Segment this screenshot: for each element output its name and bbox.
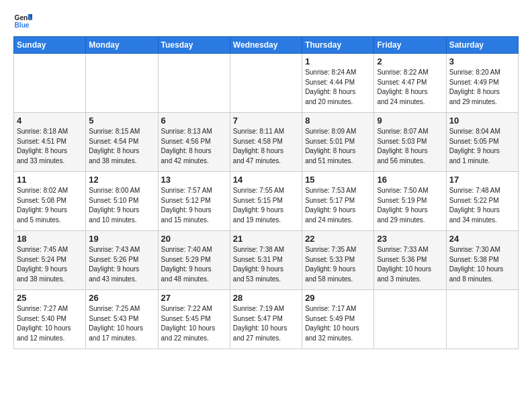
calendar-cell: 22Sunrise: 7:35 AMSunset: 5:33 PMDayligh…	[302, 231, 374, 290]
day-number: 22	[305, 234, 371, 244]
calendar-cell	[14, 54, 86, 113]
weekday-monday: Monday	[86, 37, 158, 54]
day-info: Sunrise: 7:33 AMSunset: 5:36 PMDaylight:…	[377, 245, 443, 284]
calendar-cell: 13Sunrise: 7:57 AMSunset: 5:12 PMDayligh…	[158, 172, 230, 231]
calendar-cell	[230, 54, 302, 113]
day-number: 12	[89, 175, 154, 185]
day-info: Sunrise: 8:18 AMSunset: 4:51 PMDaylight:…	[17, 127, 83, 166]
calendar-cell: 18Sunrise: 7:45 AMSunset: 5:24 PMDayligh…	[14, 231, 86, 290]
day-number: 11	[17, 175, 83, 185]
calendar-cell: 20Sunrise: 7:40 AMSunset: 5:29 PMDayligh…	[158, 231, 230, 290]
day-info: Sunrise: 8:11 AMSunset: 4:58 PMDaylight:…	[233, 127, 299, 166]
calendar-cell	[446, 290, 518, 349]
day-info: Sunrise: 7:57 AMSunset: 5:12 PMDaylight:…	[161, 186, 227, 225]
day-number: 4	[17, 116, 83, 126]
day-number: 3	[449, 56, 515, 66]
day-info: Sunrise: 7:22 AMSunset: 5:45 PMDaylight:…	[161, 304, 227, 343]
logo: General Blue	[13, 12, 35, 31]
week-row-5: 25Sunrise: 7:27 AMSunset: 5:40 PMDayligh…	[14, 290, 519, 349]
calendar-cell	[158, 54, 230, 113]
week-row-1: 1Sunrise: 8:24 AMSunset: 4:44 PMDaylight…	[14, 54, 519, 113]
day-number: 9	[377, 116, 443, 126]
day-number: 27	[161, 293, 227, 303]
day-number: 6	[161, 116, 227, 126]
calendar-cell: 24Sunrise: 7:30 AMSunset: 5:38 PMDayligh…	[446, 231, 518, 290]
day-number: 15	[305, 175, 371, 185]
calendar-cell: 6Sunrise: 8:13 AMSunset: 4:56 PMDaylight…	[158, 113, 230, 172]
calendar-cell: 10Sunrise: 8:04 AMSunset: 5:05 PMDayligh…	[446, 113, 518, 172]
day-info: Sunrise: 7:19 AMSunset: 5:47 PMDaylight:…	[233, 304, 299, 343]
day-number: 5	[89, 116, 154, 126]
calendar-cell: 14Sunrise: 7:55 AMSunset: 5:15 PMDayligh…	[230, 172, 302, 231]
calendar-cell: 8Sunrise: 8:09 AMSunset: 5:01 PMDaylight…	[302, 113, 374, 172]
day-number: 24	[449, 234, 515, 244]
day-number: 25	[17, 293, 83, 303]
calendar-cell: 16Sunrise: 7:50 AMSunset: 5:19 PMDayligh…	[374, 172, 446, 231]
calendar-cell: 1Sunrise: 8:24 AMSunset: 4:44 PMDaylight…	[302, 54, 374, 113]
calendar-cell: 7Sunrise: 8:11 AMSunset: 4:58 PMDaylight…	[230, 113, 302, 172]
weekday-friday: Friday	[374, 37, 446, 54]
calendar-cell: 11Sunrise: 8:02 AMSunset: 5:08 PMDayligh…	[14, 172, 86, 231]
weekday-saturday: Saturday	[446, 37, 518, 54]
calendar-cell: 21Sunrise: 7:38 AMSunset: 5:31 PMDayligh…	[230, 231, 302, 290]
day-info: Sunrise: 7:25 AMSunset: 5:43 PMDaylight:…	[89, 304, 154, 343]
day-info: Sunrise: 7:27 AMSunset: 5:40 PMDaylight:…	[17, 304, 83, 343]
day-number: 1	[305, 56, 371, 66]
day-info: Sunrise: 8:00 AMSunset: 5:10 PMDaylight:…	[89, 186, 154, 225]
weekday-sunday: Sunday	[14, 37, 86, 54]
day-info: Sunrise: 7:30 AMSunset: 5:38 PMDaylight:…	[449, 245, 515, 284]
day-info: Sunrise: 7:45 AMSunset: 5:24 PMDaylight:…	[17, 245, 83, 284]
day-number: 19	[89, 234, 154, 244]
calendar-cell: 3Sunrise: 8:20 AMSunset: 4:49 PMDaylight…	[446, 54, 518, 113]
day-info: Sunrise: 8:02 AMSunset: 5:08 PMDaylight:…	[17, 186, 83, 225]
day-info: Sunrise: 7:40 AMSunset: 5:29 PMDaylight:…	[161, 245, 227, 284]
week-row-4: 18Sunrise: 7:45 AMSunset: 5:24 PMDayligh…	[14, 231, 519, 290]
calendar-cell	[86, 54, 158, 113]
svg-text:Blue: Blue	[15, 21, 30, 29]
day-info: Sunrise: 7:50 AMSunset: 5:19 PMDaylight:…	[377, 186, 443, 225]
day-number: 21	[233, 234, 299, 244]
calendar-cell: 12Sunrise: 8:00 AMSunset: 5:10 PMDayligh…	[86, 172, 158, 231]
day-number: 14	[233, 175, 299, 185]
calendar-table: SundayMondayTuesdayWednesdayThursdayFrid…	[13, 36, 519, 349]
day-info: Sunrise: 8:04 AMSunset: 5:05 PMDaylight:…	[449, 127, 515, 166]
day-info: Sunrise: 7:53 AMSunset: 5:17 PMDaylight:…	[305, 186, 371, 225]
day-number: 23	[377, 234, 443, 244]
day-info: Sunrise: 7:43 AMSunset: 5:26 PMDaylight:…	[89, 245, 154, 284]
day-info: Sunrise: 7:48 AMSunset: 5:22 PMDaylight:…	[449, 186, 515, 225]
calendar-cell	[374, 290, 446, 349]
day-number: 18	[17, 234, 83, 244]
day-number: 17	[449, 175, 515, 185]
calendar-cell: 28Sunrise: 7:19 AMSunset: 5:47 PMDayligh…	[230, 290, 302, 349]
day-info: Sunrise: 8:13 AMSunset: 4:56 PMDaylight:…	[161, 127, 227, 166]
day-number: 26	[89, 293, 154, 303]
calendar-cell: 27Sunrise: 7:22 AMSunset: 5:45 PMDayligh…	[158, 290, 230, 349]
calendar-cell: 2Sunrise: 8:22 AMSunset: 4:47 PMDaylight…	[374, 54, 446, 113]
day-number: 2	[377, 56, 443, 66]
day-number: 13	[161, 175, 227, 185]
day-info: Sunrise: 8:15 AMSunset: 4:54 PMDaylight:…	[89, 127, 154, 166]
day-info: Sunrise: 8:22 AMSunset: 4:47 PMDaylight:…	[377, 68, 443, 107]
weekday-tuesday: Tuesday	[158, 37, 230, 54]
day-info: Sunrise: 8:09 AMSunset: 5:01 PMDaylight:…	[305, 127, 371, 166]
calendar-cell: 9Sunrise: 8:07 AMSunset: 5:03 PMDaylight…	[374, 113, 446, 172]
day-number: 7	[233, 116, 299, 126]
day-info: Sunrise: 7:17 AMSunset: 5:49 PMDaylight:…	[305, 304, 371, 343]
calendar-cell: 4Sunrise: 8:18 AMSunset: 4:51 PMDaylight…	[14, 113, 86, 172]
day-info: Sunrise: 7:38 AMSunset: 5:31 PMDaylight:…	[233, 245, 299, 284]
day-info: Sunrise: 8:07 AMSunset: 5:03 PMDaylight:…	[377, 127, 443, 166]
weekday-header-row: SundayMondayTuesdayWednesdayThursdayFrid…	[14, 37, 519, 54]
calendar-cell: 17Sunrise: 7:48 AMSunset: 5:22 PMDayligh…	[446, 172, 518, 231]
header: General Blue	[13, 12, 519, 31]
day-info: Sunrise: 7:55 AMSunset: 5:15 PMDaylight:…	[233, 186, 299, 225]
weekday-thursday: Thursday	[302, 37, 374, 54]
day-number: 20	[161, 234, 227, 244]
page: General Blue SundayMondayTuesdayWednesda…	[0, 0, 532, 411]
calendar-cell: 15Sunrise: 7:53 AMSunset: 5:17 PMDayligh…	[302, 172, 374, 231]
day-number: 28	[233, 293, 299, 303]
weekday-wednesday: Wednesday	[230, 37, 302, 54]
day-number: 16	[377, 175, 443, 185]
day-info: Sunrise: 8:20 AMSunset: 4:49 PMDaylight:…	[449, 68, 515, 107]
day-info: Sunrise: 8:24 AMSunset: 4:44 PMDaylight:…	[305, 68, 371, 107]
calendar-cell: 19Sunrise: 7:43 AMSunset: 5:26 PMDayligh…	[86, 231, 158, 290]
